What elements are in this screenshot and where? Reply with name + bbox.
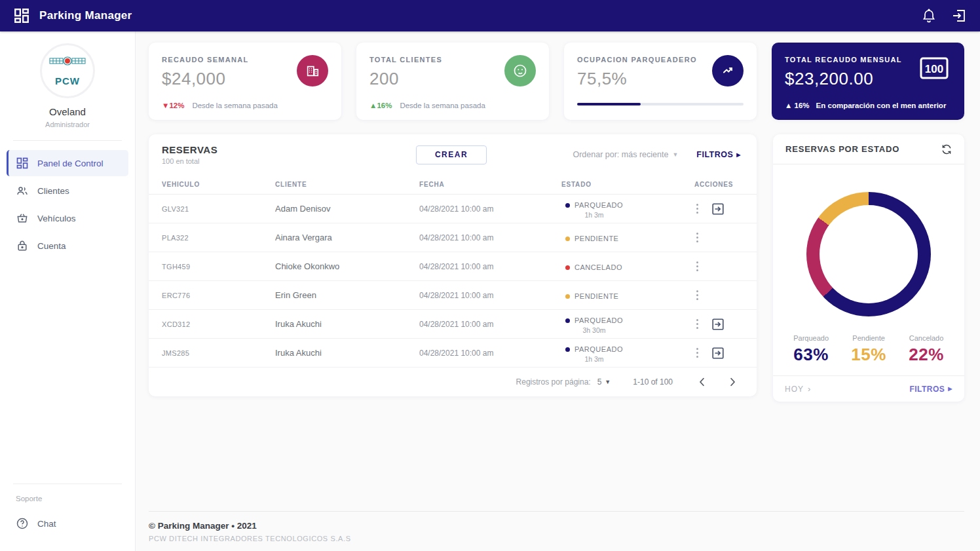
help-icon [16, 517, 29, 530]
app-logo-dashboard-icon [13, 7, 30, 24]
stat-card-recaudo-semanal: RECAUDO SEMANAL $24,000 ▼12% Desde la se… [149, 43, 341, 120]
table-row[interactable]: GLV321 Adam Denisov 04/28/2021 10:00 am … [149, 195, 757, 223]
lock-icon [16, 239, 29, 252]
stat-delta: ▲ 16% [785, 102, 810, 109]
status-dot [565, 318, 570, 323]
exit-button[interactable] [711, 202, 725, 216]
row-menu-kebab-icon[interactable] [694, 317, 700, 331]
basket-icon [16, 212, 29, 225]
stat-card-total-clientes: TOTAL CLIENTES 200 ▲16% Desde la semana … [356, 43, 549, 120]
row-menu-kebab-icon[interactable] [694, 288, 700, 302]
status-dot [565, 347, 570, 352]
reservations-panel: RESERVAS 100 en total CREAR Ordenar por:… [149, 134, 757, 396]
status-badge: PARQUEADO 1h 3m [565, 345, 623, 363]
status-badge: PARQUEADO 3h 30m [565, 316, 623, 334]
topbar: Parking Manager [0, 0, 980, 31]
sort-dropdown[interactable]: Ordenar por: más reciente ▼ [573, 150, 678, 159]
sidebar: PCW Oveland Administrador Panel de Contr… [0, 31, 136, 551]
pcw-logo-text: PCW [55, 75, 80, 86]
table-row[interactable]: PLA322 Ainara Vergara 04/28/2021 10:00 a… [149, 223, 757, 252]
column-header-vehiculo: VEHICULO [162, 181, 275, 188]
sidebar-item-label: Cuenta [37, 241, 66, 251]
stat-card-ocupacion: OCUPACION PARQUEADERO 75,5% [564, 43, 757, 120]
user-role: Administrador [0, 121, 135, 128]
status-badge: PENDIENTE [565, 292, 618, 300]
arrow-right-icon: ▶ [948, 386, 952, 392]
company-avatar: PCW [40, 43, 95, 98]
donut-chart [806, 192, 931, 316]
occupancy-progress-fill [577, 103, 641, 105]
pagination-prev-icon[interactable] [696, 376, 708, 388]
table-row[interactable]: TGH459 Chioke Okonkwo 04/28/2021 10:00 a… [149, 252, 757, 281]
stat-note: ▲16% Desde la semana pasada [369, 102, 485, 109]
filters-link[interactable]: FILTROS ▶ [696, 150, 741, 159]
status-badge: PENDIENTE [565, 235, 618, 242]
sidebar-item-chat[interactable]: Chat [7, 510, 128, 537]
hoy-dropdown[interactable]: HOY › [785, 384, 811, 394]
sidebar-item-clientes[interactable]: Clientes [7, 178, 128, 204]
status-badge: PARQUEADO 1h 3m [565, 201, 623, 219]
per-page-select[interactable]: 5 ▼ [597, 377, 611, 387]
reservations-subtitle: 100 en total [162, 157, 217, 165]
legend-item-pendiente: Pendiente 15% [851, 334, 886, 365]
chevron-down-icon: ▼ [605, 379, 611, 385]
table-row[interactable]: JMS285 Iruka Akuchi 04/28/2021 10:00 am … [149, 339, 757, 368]
refresh-icon[interactable] [941, 143, 952, 155]
sidebar-item-cuenta[interactable]: Cuenta [7, 233, 128, 259]
row-menu-kebab-icon[interactable] [694, 346, 700, 360]
chart-legend: Parqueado 63% Pendiente 15% Cancelado 22… [782, 334, 955, 365]
banknote-100-icon: 100 [920, 57, 949, 79]
legend-item-parqueado: Parqueado 63% [793, 334, 829, 365]
stat-note: ▲ 16% En comparación con el men anterior [785, 102, 946, 109]
app-title: Parking Manager [39, 9, 132, 22]
sidebar-item-label: Clientes [37, 186, 69, 196]
donut-hole [820, 205, 918, 303]
sidebar-item-label: Panel de Control [37, 159, 104, 168]
trend-icon [712, 55, 744, 86]
sidebar-item-vehiculos[interactable]: Vehículos [7, 205, 128, 231]
table-header-row: VEHICULO CLIENTE FECHA ESTADO ACCIONES [149, 175, 757, 195]
chart-filters-link[interactable]: FILTROS ▶ [909, 385, 952, 394]
copyright-line: © Parking Manager • 2021 [149, 521, 964, 531]
reservations-by-status-panel: RESERVAS POR ESTADO Parqueado 63% Pendie… [773, 134, 964, 402]
page-footer: © Parking Manager • 2021 PCW DITECH INTE… [149, 511, 964, 542]
support-section-label: Soporte [0, 484, 135, 509]
pagination-bar: Registros por página: 5 ▼ 1-10 of 100 [149, 368, 757, 396]
sidebar-item-panel-de-control[interactable]: Panel de Control [7, 150, 128, 176]
company-line: PCW DITECH INTEGRADORES TECNOLOGICOS S.A… [149, 535, 964, 542]
column-header-fecha: FECHA [419, 181, 561, 188]
divider [13, 140, 122, 141]
dashboard-icon [16, 157, 29, 170]
exit-button[interactable] [711, 317, 725, 332]
status-dot [565, 294, 570, 299]
occupancy-progress-track [577, 103, 744, 105]
create-button[interactable]: CREAR [416, 145, 487, 164]
sidebar-item-label: Vehículos [37, 214, 76, 223]
pagination-next-icon[interactable] [726, 376, 738, 388]
pagination-range: 1-10 of 100 [633, 377, 673, 387]
people-icon [16, 184, 29, 197]
status-dot [565, 237, 570, 241]
chart-title: RESERVAS POR ESTADO [785, 144, 899, 154]
status-dot [565, 203, 570, 208]
pcw-logo-icon [48, 55, 86, 75]
status-dot [565, 265, 570, 270]
status-badge: CANCELADO [565, 263, 622, 271]
row-menu-kebab-icon[interactable] [694, 259, 700, 273]
row-menu-kebab-icon[interactable] [694, 202, 700, 216]
svg-text:100: 100 [925, 63, 943, 75]
notifications-bell-icon[interactable] [921, 8, 937, 24]
user-name: Oveland [0, 106, 135, 117]
table-row[interactable]: XCD312 Iruka Akuchi 04/28/2021 10:00 am … [149, 310, 757, 339]
row-menu-kebab-icon[interactable] [694, 231, 700, 244]
stat-card-recaudo-mensual: TOTAL RECAUDO MENSUAL $23,200.00 100 ▲ 1… [772, 43, 964, 120]
column-header-estado: ESTADO [561, 181, 684, 188]
logout-icon[interactable] [951, 8, 967, 24]
status-duration: 1h 3m [584, 355, 603, 363]
stat-cards-row: RECAUDO SEMANAL $24,000 ▼12% Desde la se… [149, 43, 964, 120]
stat-delta: ▼12% [162, 102, 184, 109]
table-row[interactable]: ERC776 Erin Green 04/28/2021 10:00 am PE… [149, 281, 757, 310]
exit-button[interactable] [711, 346, 725, 360]
per-page-label: Registros por página: [516, 377, 591, 387]
legend-item-cancelado: Cancelado 22% [909, 334, 944, 365]
